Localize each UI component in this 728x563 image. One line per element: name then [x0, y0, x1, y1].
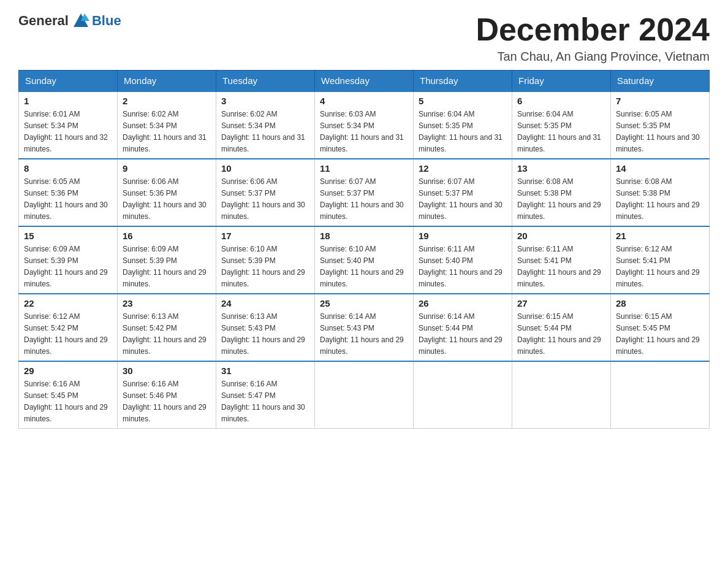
logo: General Blue — [18, 12, 121, 29]
day-number: 6 — [517, 96, 605, 106]
day-number: 5 — [419, 96, 507, 106]
day-info: Sunrise: 6:09 AMSunset: 5:39 PMDaylight:… — [24, 245, 108, 288]
week-row-3: 15 Sunrise: 6:09 AMSunset: 5:39 PMDaylig… — [19, 226, 710, 294]
day-number: 3 — [221, 96, 309, 106]
calendar-cell: 7 Sunrise: 6:05 AMSunset: 5:35 PMDayligh… — [611, 91, 710, 159]
day-number: 12 — [419, 163, 507, 174]
day-number: 15 — [24, 231, 112, 241]
header-row: SundayMondayTuesdayWednesdayThursdayFrid… — [19, 71, 710, 92]
logo-text-general: General — [18, 13, 69, 29]
calendar-cell: 4 Sunrise: 6:03 AMSunset: 5:34 PMDayligh… — [315, 91, 414, 159]
day-number: 25 — [320, 298, 408, 308]
day-number: 2 — [123, 96, 211, 106]
day-number: 4 — [320, 96, 408, 106]
day-info: Sunrise: 6:06 AMSunset: 5:37 PMDaylight:… — [221, 177, 305, 221]
day-info: Sunrise: 6:10 AMSunset: 5:39 PMDaylight:… — [221, 245, 305, 288]
title-block: December 2024 Tan Chau, An Giang Provinc… — [476, 12, 710, 64]
day-info: Sunrise: 6:11 AMSunset: 5:41 PMDaylight:… — [517, 245, 601, 288]
logo-icon — [72, 12, 89, 29]
day-info: Sunrise: 6:08 AMSunset: 5:38 PMDaylight:… — [517, 177, 601, 221]
calendar-cell: 20 Sunrise: 6:11 AMSunset: 5:41 PMDaylig… — [512, 226, 611, 294]
calendar-cell — [512, 361, 611, 429]
day-info: Sunrise: 6:13 AMSunset: 5:43 PMDaylight:… — [221, 312, 305, 356]
calendar-cell: 16 Sunrise: 6:09 AMSunset: 5:39 PMDaylig… — [118, 226, 216, 294]
day-number: 27 — [517, 298, 605, 308]
day-info: Sunrise: 6:11 AMSunset: 5:40 PMDaylight:… — [419, 245, 502, 288]
day-info: Sunrise: 6:04 AMSunset: 5:35 PMDaylight:… — [419, 110, 502, 153]
week-row-4: 22 Sunrise: 6:12 AMSunset: 5:42 PMDaylig… — [19, 294, 710, 361]
day-number: 29 — [24, 366, 112, 376]
calendar-cell — [315, 361, 414, 429]
day-info: Sunrise: 6:04 AMSunset: 5:35 PMDaylight:… — [517, 110, 601, 153]
day-info: Sunrise: 6:02 AMSunset: 5:34 PMDaylight:… — [221, 110, 305, 153]
day-info: Sunrise: 6:16 AMSunset: 5:45 PMDaylight:… — [24, 380, 108, 423]
calendar-cell: 30 Sunrise: 6:16 AMSunset: 5:46 PMDaylig… — [118, 361, 216, 429]
day-info: Sunrise: 6:14 AMSunset: 5:43 PMDaylight:… — [320, 312, 404, 356]
day-number: 11 — [320, 163, 408, 174]
calendar-cell: 23 Sunrise: 6:13 AMSunset: 5:42 PMDaylig… — [118, 294, 216, 361]
calendar-cell: 28 Sunrise: 6:15 AMSunset: 5:45 PMDaylig… — [611, 294, 710, 361]
day-number: 13 — [517, 163, 605, 174]
day-number: 30 — [123, 366, 211, 376]
day-info: Sunrise: 6:03 AMSunset: 5:34 PMDaylight:… — [320, 110, 404, 153]
day-info: Sunrise: 6:09 AMSunset: 5:39 PMDaylight:… — [123, 245, 207, 288]
calendar-cell: 3 Sunrise: 6:02 AMSunset: 5:34 PMDayligh… — [216, 91, 315, 159]
day-number: 9 — [123, 163, 211, 174]
calendar-cell: 27 Sunrise: 6:15 AMSunset: 5:44 PMDaylig… — [512, 294, 611, 361]
day-info: Sunrise: 6:01 AMSunset: 5:34 PMDaylight:… — [24, 110, 108, 153]
day-info: Sunrise: 6:16 AMSunset: 5:46 PMDaylight:… — [123, 380, 207, 423]
calendar-cell: 17 Sunrise: 6:10 AMSunset: 5:39 PMDaylig… — [216, 226, 315, 294]
header-day-sunday: Sunday — [19, 71, 118, 92]
day-number: 31 — [221, 366, 309, 376]
calendar-cell: 13 Sunrise: 6:08 AMSunset: 5:38 PMDaylig… — [512, 159, 611, 226]
calendar-table: SundayMondayTuesdayWednesdayThursdayFrid… — [18, 70, 710, 429]
day-info: Sunrise: 6:05 AMSunset: 5:35 PMDaylight:… — [616, 110, 700, 153]
header-day-saturday: Saturday — [611, 71, 710, 92]
week-row-5: 29 Sunrise: 6:16 AMSunset: 5:45 PMDaylig… — [19, 361, 710, 429]
day-number: 18 — [320, 231, 408, 241]
day-number: 24 — [221, 298, 309, 308]
week-row-1: 1 Sunrise: 6:01 AMSunset: 5:34 PMDayligh… — [19, 91, 710, 159]
location: Tan Chau, An Giang Province, Vietnam — [476, 50, 710, 64]
header-day-wednesday: Wednesday — [315, 71, 414, 92]
day-info: Sunrise: 6:16 AMSunset: 5:47 PMDaylight:… — [221, 380, 305, 423]
day-number: 10 — [221, 163, 309, 174]
day-info: Sunrise: 6:15 AMSunset: 5:45 PMDaylight:… — [616, 312, 700, 356]
calendar-cell: 26 Sunrise: 6:14 AMSunset: 5:44 PMDaylig… — [414, 294, 512, 361]
header-day-thursday: Thursday — [414, 71, 512, 92]
day-info: Sunrise: 6:13 AMSunset: 5:42 PMDaylight:… — [123, 312, 207, 356]
day-info: Sunrise: 6:14 AMSunset: 5:44 PMDaylight:… — [419, 312, 502, 356]
header-day-tuesday: Tuesday — [216, 71, 315, 92]
day-info: Sunrise: 6:12 AMSunset: 5:41 PMDaylight:… — [616, 245, 700, 288]
day-number: 19 — [419, 231, 507, 241]
calendar-cell: 10 Sunrise: 6:06 AMSunset: 5:37 PMDaylig… — [216, 159, 315, 226]
day-info: Sunrise: 6:15 AMSunset: 5:44 PMDaylight:… — [517, 312, 601, 356]
calendar-cell: 8 Sunrise: 6:05 AMSunset: 5:36 PMDayligh… — [19, 159, 118, 226]
calendar-cell — [414, 361, 512, 429]
logo-text-blue: Blue — [92, 13, 121, 29]
day-info: Sunrise: 6:07 AMSunset: 5:37 PMDaylight:… — [320, 177, 404, 221]
day-info: Sunrise: 6:07 AMSunset: 5:37 PMDaylight:… — [419, 177, 502, 221]
calendar-cell: 21 Sunrise: 6:12 AMSunset: 5:41 PMDaylig… — [611, 226, 710, 294]
calendar-cell: 11 Sunrise: 6:07 AMSunset: 5:37 PMDaylig… — [315, 159, 414, 226]
day-number: 7 — [616, 96, 704, 106]
calendar-cell: 15 Sunrise: 6:09 AMSunset: 5:39 PMDaylig… — [19, 226, 118, 294]
calendar-cell: 31 Sunrise: 6:16 AMSunset: 5:47 PMDaylig… — [216, 361, 315, 429]
day-number: 14 — [616, 163, 704, 174]
day-number: 28 — [616, 298, 704, 308]
calendar-cell: 6 Sunrise: 6:04 AMSunset: 5:35 PMDayligh… — [512, 91, 611, 159]
day-number: 26 — [419, 298, 507, 308]
calendar-cell: 1 Sunrise: 6:01 AMSunset: 5:34 PMDayligh… — [19, 91, 118, 159]
calendar-cell: 5 Sunrise: 6:04 AMSunset: 5:35 PMDayligh… — [414, 91, 512, 159]
day-info: Sunrise: 6:05 AMSunset: 5:36 PMDaylight:… — [24, 177, 108, 221]
calendar-cell: 14 Sunrise: 6:08 AMSunset: 5:38 PMDaylig… — [611, 159, 710, 226]
calendar-cell: 2 Sunrise: 6:02 AMSunset: 5:34 PMDayligh… — [118, 91, 216, 159]
day-info: Sunrise: 6:08 AMSunset: 5:38 PMDaylight:… — [616, 177, 700, 221]
day-number: 20 — [517, 231, 605, 241]
day-info: Sunrise: 6:12 AMSunset: 5:42 PMDaylight:… — [24, 312, 108, 356]
calendar-cell: 25 Sunrise: 6:14 AMSunset: 5:43 PMDaylig… — [315, 294, 414, 361]
week-row-2: 8 Sunrise: 6:05 AMSunset: 5:36 PMDayligh… — [19, 159, 710, 226]
day-number: 8 — [24, 163, 112, 174]
day-number: 16 — [123, 231, 211, 241]
calendar-cell: 9 Sunrise: 6:06 AMSunset: 5:36 PMDayligh… — [118, 159, 216, 226]
